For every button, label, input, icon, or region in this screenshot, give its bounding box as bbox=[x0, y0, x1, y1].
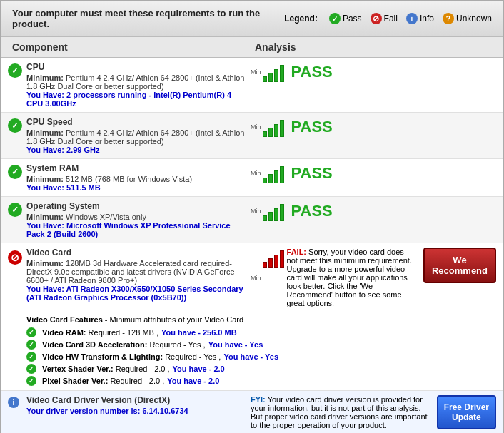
ram-left: System RAM Minimum: 512 MB (768 MB for W… bbox=[26, 163, 251, 192]
driver-info-icon: i bbox=[8, 397, 19, 408]
cpu-result: Min PASS bbox=[251, 62, 496, 82]
feature-pass-icon3: ✓ bbox=[26, 352, 36, 362]
cpu-speed-you-have: You Have: 2.99 GHz bbox=[26, 146, 245, 154]
video-card-you-have: You Have: ATI Radeon X300/X550/X1050 Ser… bbox=[26, 285, 245, 302]
feature-video-ram: ✓ Video RAM: Required - 128 MB , You hav… bbox=[26, 327, 496, 337]
cpu-speed-left: CPU Speed Minimum: Pentium 4 2.4 GHz/ At… bbox=[26, 117, 251, 154]
main-container: Your computer must meet these requiremen… bbox=[0, 0, 504, 433]
we-recommend-button[interactable]: WeRecommend bbox=[423, 248, 496, 283]
bar1 bbox=[263, 131, 267, 137]
ram-pass-text: PASS bbox=[291, 164, 333, 183]
feature-3d-accel: ✓ Video Card 3D Acceleration: Required -… bbox=[26, 339, 496, 350]
video-card-row: ⊘ Video Card Minimum: 128MB 3d Hardware … bbox=[1, 243, 503, 312]
os-minimum: Minimum: Windows XP/Vista only bbox=[26, 213, 245, 221]
unknown-icon: ? bbox=[443, 13, 454, 24]
cpu-min-label: Min bbox=[251, 68, 261, 76]
pass-check-icon2: ✓ bbox=[8, 118, 22, 133]
cpu-left: CPU Minimum: Pentium 4 2.4 GHz/ Athlon 6… bbox=[26, 62, 251, 108]
feature-hw-transform: ✓ Video HW Transform & Lighting: Require… bbox=[26, 351, 496, 362]
os-you-have: You Have: Microsoft Windows XP Professio… bbox=[26, 221, 245, 238]
video-card-fail-content: Min FAIL: Sorry, your video card does no… bbox=[251, 248, 416, 307]
legend-label: Legend: bbox=[284, 14, 318, 24]
feature-youhave4: You have - 2.0 bbox=[173, 365, 225, 373]
cpu-speed-title: CPU Speed bbox=[26, 117, 245, 127]
features-header: Video Card Features - Minimum attributes… bbox=[26, 315, 496, 324]
cpu-bar-chart bbox=[263, 62, 284, 82]
bar1 bbox=[263, 178, 267, 183]
bar3 bbox=[274, 69, 278, 82]
os-min-label: Min bbox=[251, 208, 261, 215]
fail-label: Fail bbox=[384, 14, 398, 24]
info-icon: i bbox=[406, 13, 418, 24]
pass-check-icon4: ✓ bbox=[8, 203, 22, 217]
component-col-header: Component bbox=[12, 41, 255, 53]
column-headers: Component Analysis bbox=[1, 37, 503, 58]
fail-label-text: FAIL: bbox=[287, 248, 307, 256]
pass-label: Pass bbox=[343, 14, 362, 24]
cpu-speed-bar-chart bbox=[263, 117, 284, 137]
cpu-you-have: You Have: 2 processors running - Intel(R… bbox=[26, 91, 245, 108]
os-left: Operating System Minimum: Windows XP/Vis… bbox=[26, 201, 251, 238]
cpu-speed-minimum: Minimum: Pentium 4 2.4 GHz/ Athlon 64 28… bbox=[26, 128, 245, 146]
feature-vertex-shader: ✓ Vertex Shader Ver.: Required - 2.0 , Y… bbox=[26, 363, 496, 374]
bar3 bbox=[274, 255, 278, 268]
ram-title: System RAM bbox=[26, 163, 245, 173]
feature-label1: Video RAM: Required - 128 MB , bbox=[42, 328, 158, 337]
bar4 bbox=[280, 250, 284, 268]
driver-row: i Video Card Driver Version (DirectX) Yo… bbox=[1, 391, 503, 433]
pass-check-icon: ✓ bbox=[8, 63, 22, 78]
fyi-message: Your video card driver version is provid… bbox=[251, 395, 428, 429]
video-card-features-section: Video Card Features - Minimum attributes… bbox=[1, 312, 503, 391]
pass-check-icon3: ✓ bbox=[8, 165, 22, 179]
feature-label5: Pixel Shader Ver.: Required - 2.0 , bbox=[42, 377, 164, 385]
feature-label3: Video HW Transform & Lighting: Required … bbox=[42, 352, 221, 361]
header-title: Your computer must meet these requiremen… bbox=[12, 8, 284, 29]
driver-you-have: Your driver version number is: 6.14.10.6… bbox=[26, 407, 245, 415]
vc-bar-chart bbox=[263, 248, 284, 268]
feature-pass-icon5: ✓ bbox=[26, 376, 36, 386]
feature-label2: Video Card 3D Acceleration: Required - Y… bbox=[42, 340, 206, 349]
os-title: Operating System bbox=[26, 201, 245, 211]
bar1 bbox=[263, 76, 267, 82]
video-card-fail-area: Min FAIL: Sorry, your video card does no… bbox=[251, 248, 496, 307]
pass-icon: ✓ bbox=[329, 13, 341, 24]
vc-min-label: Min bbox=[251, 275, 261, 282]
os-status-icon: ✓ bbox=[8, 203, 26, 217]
driver-right: FYI: Your video card driver version is p… bbox=[251, 395, 496, 429]
bar1 bbox=[263, 262, 267, 268]
header: Your computer must meet these requiremen… bbox=[1, 1, 503, 37]
feature-youhave3: You have - Yes bbox=[223, 352, 278, 361]
cpu-status-icon: ✓ bbox=[8, 63, 26, 78]
bar2 bbox=[268, 258, 273, 268]
cpu-speed-pass-area: Min PASS bbox=[251, 117, 333, 137]
cpu-pass-area: Min PASS bbox=[251, 62, 333, 82]
driver-title: Video Card Driver Version (DirectX) bbox=[26, 395, 245, 405]
cpu-section-title: CPU bbox=[26, 62, 245, 72]
bar2 bbox=[268, 73, 273, 82]
system-ram-row: ✓ System RAM Minimum: 512 MB (768 MB for… bbox=[1, 159, 503, 197]
cpu-speed-min-label: Min bbox=[251, 123, 261, 131]
ram-bar-chart bbox=[263, 163, 284, 183]
feature-youhave5: You have - 2.0 bbox=[167, 377, 219, 385]
ram-pass-area: Min PASS bbox=[251, 163, 333, 183]
fyi-label: FYI: bbox=[251, 395, 266, 404]
video-card-left: Video Card Minimum: 128MB 3d Hardware Ac… bbox=[26, 248, 251, 302]
cpu-minimum: Minimum: Pentium 4 2.4 GHz/ Athlon 64 28… bbox=[26, 73, 245, 91]
features-subtitle: - Minimum attributes of your Video Card bbox=[105, 315, 243, 324]
cpu-speed-pass-text: PASS bbox=[291, 118, 333, 136]
analysis-col-header: Analysis bbox=[255, 41, 492, 53]
feature-pixel-shader: ✓ Pixel Shader Ver.: Required - 2.0 , Yo… bbox=[26, 375, 496, 386]
bar3 bbox=[274, 170, 278, 183]
video-card-status-icon: ⊘ bbox=[8, 250, 26, 265]
feature-label4: Vertex Shader Ver.: Required - 2.0 , bbox=[42, 365, 170, 373]
ram-result: Min PASS bbox=[251, 163, 496, 183]
bar4 bbox=[280, 65, 284, 82]
video-card-fail-details: FAIL: Sorry, your video card does not me… bbox=[287, 248, 416, 307]
bar4 bbox=[280, 204, 284, 221]
video-card-title: Video Card bbox=[26, 248, 245, 258]
fail-icon: ⊘ bbox=[371, 13, 382, 24]
os-row: ✓ Operating System Minimum: Windows XP/V… bbox=[1, 197, 503, 243]
legend: Legend: ✓ Pass ⊘ Fail i Info ? Unknown bbox=[284, 13, 492, 24]
feature-pass-icon1: ✓ bbox=[26, 327, 36, 337]
free-driver-update-button[interactable]: Free DriverUpdate bbox=[437, 395, 496, 429]
